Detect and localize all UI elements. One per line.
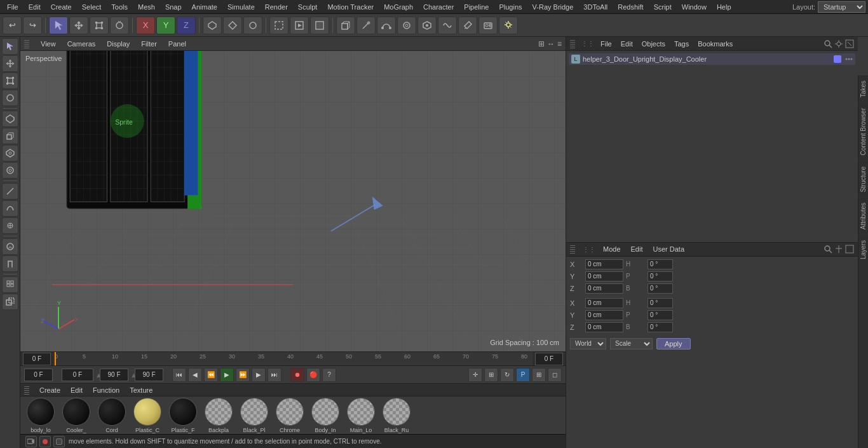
attr-sz-field[interactable] bbox=[585, 322, 623, 332]
viewport-expand-icon[interactable]: ↔ bbox=[547, 39, 555, 48]
mat-item-chrome[interactable]: Chrome bbox=[273, 397, 306, 434]
current-frame-field[interactable] bbox=[23, 353, 51, 365]
left-tool-smooth[interactable] bbox=[2, 200, 18, 217]
menu-create[interactable]: Create bbox=[46, 2, 76, 12]
menu-help[interactable]: Help bbox=[712, 2, 736, 12]
vtab-layers[interactable]: Layers bbox=[858, 234, 868, 264]
menu-script[interactable]: Script bbox=[649, 2, 676, 12]
goto-start-button[interactable]: ⏮ bbox=[172, 368, 186, 382]
vp-header-view[interactable]: View bbox=[38, 39, 58, 49]
mat-item-backpla[interactable]: Backpla bbox=[202, 397, 235, 434]
prev-frame-button[interactable]: ◀ bbox=[188, 368, 202, 382]
deformer-button[interactable] bbox=[438, 17, 457, 34]
z-axis-button[interactable]: Z bbox=[177, 17, 196, 34]
next-keyframe-button[interactable]: ⏩ bbox=[236, 368, 250, 382]
mat-item-body-lo[interactable]: body_lo bbox=[24, 397, 57, 434]
mat-item-cord[interactable]: Cord bbox=[95, 397, 128, 434]
left-tool-scale[interactable] bbox=[2, 72, 18, 89]
left-tool-knife[interactable] bbox=[2, 145, 18, 161]
attr-y-pos-field[interactable] bbox=[585, 271, 623, 282]
left-tool-paint[interactable] bbox=[2, 238, 18, 255]
record-button[interactable]: ⏺ bbox=[290, 368, 304, 382]
left-tool-mode[interactable] bbox=[2, 38, 18, 55]
pen-tool-button[interactable] bbox=[356, 17, 376, 34]
mat-edit[interactable]: Edit bbox=[68, 386, 85, 395]
menu-render[interactable]: Render bbox=[261, 2, 292, 12]
edge-tool-button[interactable] bbox=[243, 17, 262, 34]
goto-end-button[interactable]: ⏭ bbox=[268, 368, 281, 382]
menu-animate[interactable]: Animate bbox=[187, 2, 222, 12]
menu-mesh[interactable]: Mesh bbox=[133, 2, 159, 12]
attr-b-angle-field[interactable] bbox=[648, 283, 673, 294]
transport-pin-btn[interactable]: P bbox=[516, 368, 530, 382]
menu-pipeline[interactable]: Pipeline bbox=[459, 2, 493, 12]
attr-h-angle-field[interactable] bbox=[648, 259, 673, 269]
menu-edit[interactable]: Edit bbox=[24, 2, 45, 12]
obj-mgr-edit[interactable]: Edit bbox=[618, 39, 635, 48]
menu-select[interactable]: Select bbox=[78, 2, 106, 12]
move-tool-button[interactable] bbox=[69, 17, 88, 34]
status-camera-icon[interactable] bbox=[25, 436, 37, 447]
menu-3dtoall[interactable]: 3DToAll bbox=[579, 2, 612, 12]
polygon-tool-button[interactable] bbox=[223, 17, 242, 34]
timeline-numbers[interactable]: 0 5 10 15 20 25 30 35 40 45 50 55 60 65 bbox=[53, 352, 532, 366]
next-frame-button[interactable]: ▶ bbox=[252, 368, 266, 382]
viewport-settings-icon[interactable]: ≡ bbox=[557, 39, 562, 48]
y-axis-button[interactable]: Y bbox=[156, 17, 175, 34]
help-transport-button[interactable]: ? bbox=[322, 368, 336, 382]
paint-tool-button[interactable] bbox=[458, 17, 477, 34]
menu-snap[interactable]: Snap bbox=[161, 2, 186, 12]
timeline-area[interactable]: 0 5 10 15 20 25 30 35 40 45 50 55 60 65 bbox=[20, 351, 566, 365]
left-tool-clone[interactable] bbox=[2, 294, 18, 310]
obj-mgr-objects[interactable]: Objects bbox=[639, 39, 668, 48]
left-tool-rotate[interactable] bbox=[2, 90, 18, 106]
menu-motion-tracker[interactable]: Motion Tracker bbox=[323, 2, 378, 12]
menu-sculpt[interactable]: Sculpt bbox=[294, 2, 322, 12]
menu-character[interactable]: Character bbox=[419, 2, 458, 12]
scale-tool-button[interactable] bbox=[90, 17, 109, 34]
attr-mode[interactable]: Mode bbox=[600, 245, 623, 254]
attr-p-angle-field[interactable] bbox=[648, 271, 673, 282]
vtab-takes[interactable]: Takes bbox=[858, 75, 868, 102]
spline-tool-button[interactable] bbox=[377, 17, 396, 34]
transport-current-field[interactable] bbox=[62, 369, 93, 381]
menu-tools[interactable]: Tools bbox=[107, 2, 132, 12]
left-tool-bridge[interactable] bbox=[2, 162, 18, 179]
left-tool-polygon[interactable] bbox=[2, 111, 18, 127]
attr-x-pos-field[interactable] bbox=[585, 259, 623, 269]
view-cube-button[interactable] bbox=[336, 17, 355, 34]
left-tool-array[interactable] bbox=[2, 276, 18, 293]
attr-user-data[interactable]: User Data bbox=[651, 245, 688, 254]
attr-h2-field[interactable] bbox=[648, 298, 673, 308]
layout-select[interactable]: Startup Standard bbox=[818, 1, 865, 13]
render-region-button[interactable] bbox=[269, 17, 288, 34]
mat-item-black-ru[interactable]: Black_Ru bbox=[380, 397, 413, 434]
status-cinema-logo[interactable] bbox=[53, 436, 65, 447]
attr-z-pos-field[interactable] bbox=[585, 283, 623, 294]
undo-button[interactable]: ↩ bbox=[3, 17, 22, 34]
vtab-attributes[interactable]: Attributes bbox=[858, 197, 868, 234]
mat-item-main-lo[interactable]: Main_Lo bbox=[344, 397, 377, 434]
prev-keyframe-button[interactable]: ⏪ bbox=[204, 368, 218, 382]
attr-edit[interactable]: Edit bbox=[628, 245, 646, 254]
attr-p2-field[interactable] bbox=[648, 310, 673, 320]
left-tool-move[interactable] bbox=[2, 55, 18, 72]
end-frame-display[interactable] bbox=[535, 353, 563, 365]
light-button[interactable] bbox=[499, 17, 518, 34]
transport-move-btn[interactable]: ✛ bbox=[468, 368, 482, 382]
mat-item-plastic-c[interactable]: Plastic_C bbox=[131, 397, 164, 434]
left-tool-magnet[interactable] bbox=[2, 255, 18, 272]
mat-texture[interactable]: Texture bbox=[127, 386, 155, 395]
attr-sy-field[interactable] bbox=[585, 310, 623, 320]
transport-scale-btn[interactable]: ⊞ bbox=[484, 368, 498, 382]
obj-mgr-file[interactable]: File bbox=[598, 39, 614, 48]
mat-item-black-pl[interactable]: Black_Pl bbox=[238, 397, 271, 434]
apply-button[interactable]: Apply bbox=[656, 338, 691, 350]
menu-plugins[interactable]: Plugins bbox=[494, 2, 526, 12]
transport-grid-btn[interactable]: ⊞ bbox=[532, 368, 546, 382]
menu-redshift[interactable]: Redshift bbox=[613, 2, 648, 12]
vtab-structure[interactable]: Structure bbox=[858, 161, 868, 198]
menu-window[interactable]: Window bbox=[677, 2, 711, 12]
obj-item-cooler[interactable]: L helper_3_Door_Upright_Display_Cooler bbox=[569, 53, 855, 65]
mat-item-body-in[interactable]: Body_In bbox=[309, 397, 342, 434]
